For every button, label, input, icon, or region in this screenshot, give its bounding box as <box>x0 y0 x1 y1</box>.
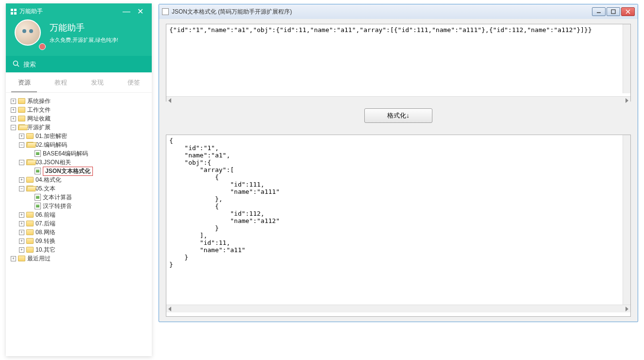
tabs: 资源 教程 发现 便签 <box>6 72 152 93</box>
expand-icon[interactable]: + <box>19 177 24 183</box>
tree-folder[interactable]: −03.JSON相关 <box>8 158 150 167</box>
expand-icon <box>27 151 33 156</box>
sidebar-titlebar: 万能助手 — ✕ <box>6 3 152 19</box>
tree-view: +系统操作+工作文件+网址收藏−开源扩展+01.加密解密−02.编码解码BASE… <box>6 93 152 267</box>
tree-label: 汉字转拼音 <box>43 202 72 210</box>
close-button[interactable]: ✕ <box>133 7 147 16</box>
tree-folder[interactable]: +系统操作 <box>8 97 150 105</box>
tab-discover[interactable]: 发现 <box>79 72 115 92</box>
tree-file[interactable]: 汉字转拼音 <box>8 202 150 210</box>
svg-rect-1 <box>14 9 17 11</box>
folder-icon <box>18 116 25 121</box>
folder-icon <box>18 256 25 261</box>
tab-resources[interactable]: 资源 <box>6 72 42 92</box>
window-title: 万能助手 <box>19 7 120 16</box>
expand-icon[interactable]: + <box>19 212 24 218</box>
folder-icon <box>18 98 25 104</box>
scrollbar-vertical[interactable] <box>623 24 630 93</box>
tree-folder[interactable]: +工作文件 <box>8 105 150 114</box>
tree-label: 最近用过 <box>27 255 51 263</box>
file-icon <box>35 203 41 209</box>
tree-folder[interactable]: +08.网络 <box>8 228 150 237</box>
folder-icon <box>26 159 34 165</box>
svg-rect-3 <box>14 12 17 15</box>
avatar[interactable] <box>15 19 41 46</box>
scrollbar-horizontal[interactable] <box>166 305 630 312</box>
folder-icon <box>26 221 34 226</box>
folder-icon <box>18 124 25 130</box>
tree-folder[interactable]: −开源扩展 <box>8 123 150 132</box>
tree-folder[interactable]: +06.前端 <box>8 210 150 219</box>
format-button[interactable]: 格式化↓ <box>364 108 432 123</box>
expand-icon[interactable]: + <box>19 221 24 226</box>
folder-icon <box>26 212 34 218</box>
close-button[interactable] <box>621 7 635 16</box>
json-input[interactable] <box>166 24 630 94</box>
tree-folder[interactable]: +网址收藏 <box>8 114 150 123</box>
sidebar: 万能助手 — ✕ 万能助手 永久免费,开源扩展,绿色纯净! 资源 教程 发现 便… <box>6 3 152 356</box>
collapse-icon[interactable]: − <box>11 125 16 130</box>
avatar-badge-icon <box>39 43 46 50</box>
svg-point-4 <box>14 61 18 65</box>
search-bar[interactable] <box>6 56 152 72</box>
scrollbar-vertical[interactable] <box>623 135 630 309</box>
expand-icon[interactable]: + <box>11 256 16 261</box>
tree-label: 01.加密解密 <box>36 132 67 140</box>
search-icon <box>13 60 19 69</box>
tree-folder[interactable]: +09.转换 <box>8 237 150 245</box>
tree-file[interactable]: BASE64编码解码 <box>8 149 150 158</box>
collapse-icon[interactable]: − <box>19 160 24 165</box>
expand-icon[interactable]: + <box>19 247 24 253</box>
json-input-area <box>166 24 631 102</box>
scrollbar-horizontal[interactable] <box>166 96 630 104</box>
tree-folder[interactable]: −05.文本 <box>8 184 150 193</box>
file-icon <box>35 194 41 201</box>
collapse-icon[interactable]: − <box>19 142 24 148</box>
svg-rect-7 <box>611 10 615 14</box>
tree-label: 文本计算器 <box>43 193 72 202</box>
search-input[interactable] <box>23 61 145 68</box>
folder-icon <box>26 238 34 244</box>
svg-rect-0 <box>11 9 13 11</box>
svg-rect-2 <box>11 12 13 15</box>
tree-label: JSON文本格式化 <box>43 167 93 176</box>
tab-tutorials[interactable]: 教程 <box>42 72 79 92</box>
tree-label: 06.前端 <box>36 211 55 219</box>
expand-icon[interactable]: + <box>19 134 24 139</box>
expand-icon[interactable]: + <box>11 116 16 121</box>
expand-icon[interactable]: + <box>19 239 24 244</box>
folder-icon <box>26 142 34 148</box>
tree-folder[interactable]: +04.格式化 <box>8 175 150 184</box>
json-output[interactable] <box>166 135 630 303</box>
tree-file[interactable]: JSON文本格式化 <box>8 167 150 175</box>
tree-folder[interactable]: +10.其它 <box>8 245 150 254</box>
json-output-area <box>166 135 631 317</box>
tree-label: 02.编码解码 <box>36 141 67 149</box>
collapse-icon[interactable]: − <box>19 186 24 191</box>
expand-icon[interactable]: + <box>11 99 16 104</box>
app-tagline: 永久免费,开源扩展,绿色纯净! <box>50 36 118 44</box>
expand-icon[interactable]: + <box>19 230 24 235</box>
tree-label: 系统操作 <box>27 97 51 105</box>
expand-icon[interactable]: + <box>11 107 16 113</box>
tab-notes[interactable]: 便签 <box>115 72 152 92</box>
tree-folder[interactable]: +07.后端 <box>8 219 150 228</box>
folder-icon <box>18 107 25 113</box>
tree-label: 04.格式化 <box>36 176 61 184</box>
folder-icon <box>26 133 34 139</box>
tree-folder[interactable]: +最近用过 <box>8 254 150 263</box>
sidebar-header: 万能助手 — ✕ 万能助手 永久免费,开源扩展,绿色纯净! <box>6 3 152 56</box>
tree-label: 网址收藏 <box>27 115 51 123</box>
tree-folder[interactable]: +01.加密解密 <box>8 132 150 140</box>
app-icon <box>11 9 17 15</box>
minimize-button[interactable] <box>592 7 606 16</box>
maximize-button[interactable] <box>607 7 620 16</box>
minimize-button[interactable]: — <box>120 7 133 16</box>
file-icon <box>35 150 41 157</box>
tree-folder[interactable]: −02.编码解码 <box>8 140 150 149</box>
tree-file[interactable]: 文本计算器 <box>8 193 150 202</box>
expand-icon <box>27 169 33 174</box>
json-titlebar[interactable]: JSON文本格式化 (简码万能助手开源扩展程序) <box>159 4 638 19</box>
tree-label: 开源扩展 <box>27 123 51 132</box>
svg-line-5 <box>18 65 19 67</box>
